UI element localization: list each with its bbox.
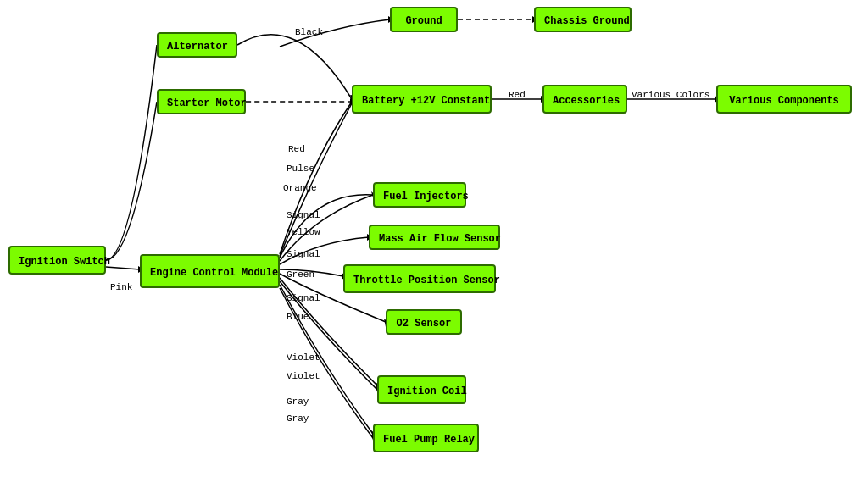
- ground-node: Ground: [390, 7, 458, 32]
- battery-node: Battery +12V Constant: [352, 85, 492, 114]
- chassis-ground-node: Chassis Ground: [534, 7, 632, 32]
- wire-label-red2: Red: [509, 90, 526, 100]
- wire-label-violet2: Violet: [287, 371, 320, 381]
- wire-label-black: Black: [295, 27, 323, 37]
- wire-label-violet1: Violet: [287, 352, 320, 363]
- diagram-container: Ignition Switch Alternator Starter Motor…: [0, 0, 868, 477]
- wire-label-pink: Pink: [110, 282, 132, 292]
- fuel-injectors-node: Fuel Injectors: [373, 182, 466, 208]
- ignition-coil-node: Ignition Coil: [377, 375, 466, 404]
- accessories-node: Accessories: [542, 85, 627, 114]
- wire-label-red1: Red: [288, 144, 305, 154]
- ecm-node: Engine Control Module: [140, 254, 280, 288]
- mass-air-flow-node: Mass Air Flow Sensor: [369, 225, 500, 250]
- wire-label-blue: Blue: [287, 312, 309, 322]
- throttle-position-node: Throttle Position Sensor: [343, 264, 496, 293]
- wire-label-gray1: Gray: [287, 397, 309, 407]
- ignition-switch-node: Ignition Switch: [8, 246, 106, 275]
- alternator-node: Alternator: [157, 32, 237, 58]
- fuel-pump-relay-node: Fuel Pump Relay: [373, 424, 479, 452]
- svg-line-0: [106, 267, 140, 269]
- o2-sensor-node: O2 Sensor: [386, 309, 462, 335]
- wire-label-various-colors: Various Colors: [632, 90, 709, 100]
- wire-label-signal2: Signal: [287, 249, 320, 259]
- wire-label-signal1: Signal: [287, 210, 320, 220]
- wire-label-gray2: Gray: [287, 413, 309, 424]
- various-components-node: Various Components: [716, 85, 852, 114]
- wire-label-signal3: Signal: [287, 293, 320, 303]
- wire-label-orange: Orange: [283, 183, 317, 193]
- wire-label-pulse: Pulse: [287, 164, 314, 174]
- wire-label-yellow: Yellow: [287, 227, 320, 237]
- starter-motor-node: Starter Motor: [157, 89, 246, 114]
- wire-label-green: Green: [287, 269, 314, 280]
